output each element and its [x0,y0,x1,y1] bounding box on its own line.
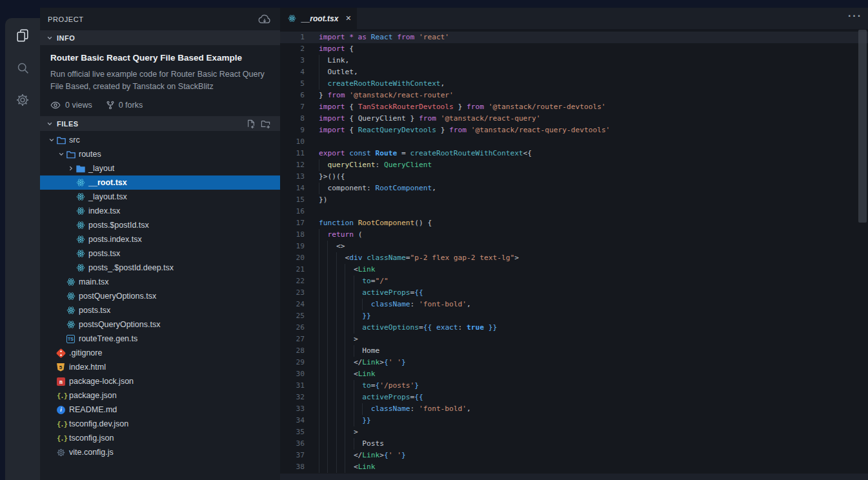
file-item-posts.$postId.tsx[interactable]: posts.$postId.tsx [40,218,280,232]
code-line[interactable]: 20 <div className="p-2 flex gap-2 text-l… [280,252,868,264]
code-line[interactable]: 30 <Link [280,368,868,380]
code-line[interactable]: 29 </Link>{' '} [280,357,868,368]
line-number[interactable]: 6 [280,90,305,101]
line-number[interactable]: 7 [280,101,305,113]
line-number[interactable]: 19 [280,241,305,252]
file-item-package.json[interactable]: {.}package.json [40,388,280,403]
file-item-README.md[interactable]: iREADME.md [40,403,280,417]
line-number[interactable]: 10 [280,136,305,148]
code-line[interactable]: 21 <Link [280,264,868,275]
line-number[interactable]: 16 [280,206,305,217]
code-line[interactable]: 10 [280,136,868,148]
code-line[interactable]: 23 activeProps={{ [280,287,868,299]
horizontal-scrollbar[interactable] [280,474,868,480]
code-line[interactable]: 14 component: RootComponent, [280,183,868,194]
chevron-down-icon[interactable] [56,151,66,157]
line-number[interactable]: 14 [280,183,305,194]
new-file-icon[interactable] [244,119,258,128]
code-line[interactable]: 37 </Link>{' '} [280,450,868,461]
file-item-routeTree.gen.ts[interactable]: TSrouteTree.gen.ts [40,332,280,346]
file-item-postQueryOptions.tsx[interactable]: postQueryOptions.tsx [40,289,280,303]
line-number[interactable]: 26 [280,322,305,334]
line-number[interactable]: 17 [280,217,305,229]
code-line[interactable]: 25 }} [280,310,868,322]
file-item-vite.config.js[interactable]: vite.config.js [40,445,280,459]
line-number[interactable]: 15 [280,194,305,206]
code-line[interactable]: 5 createRootRouteWithContext, [280,78,868,90]
code-line[interactable]: 19 <> [280,241,868,252]
line-number[interactable]: 22 [280,275,305,287]
file-item-posts.tsx[interactable]: posts.tsx [40,303,280,317]
line-number[interactable]: 5 [280,78,305,90]
line-number[interactable]: 31 [280,380,305,392]
line-number[interactable]: 12 [280,159,305,171]
code-line[interactable]: 3 Link, [280,55,868,66]
line-number[interactable]: 21 [280,264,305,275]
line-number[interactable]: 37 [280,450,305,461]
folder-item-_layout[interactable]: _layout [40,161,280,175]
line-number[interactable]: 25 [280,310,305,322]
code-line[interactable]: 31 to={'/posts'} [280,380,868,392]
code-line[interactable]: 4 Outlet, [280,66,868,78]
line-number[interactable]: 30 [280,368,305,380]
line-number[interactable]: 2 [280,43,305,55]
file-item-posts.index.tsx[interactable]: posts.index.tsx [40,232,280,246]
project-files-icon[interactable] [13,26,32,45]
line-number[interactable]: 32 [280,392,305,403]
line-number[interactable]: 34 [280,415,305,426]
line-number[interactable]: 20 [280,252,305,264]
file-item-posts_.$postId.deep.tsx[interactable]: posts_.$postId.deep.tsx [40,261,280,275]
code-line[interactable]: 1import * as React from 'react' [280,32,868,43]
code-line[interactable]: 16 [280,206,868,217]
code-line[interactable]: 9import { ReactQueryDevtools } from '@ta… [280,125,868,136]
code-area[interactable]: 1import * as React from 'react'2import {… [280,29,868,474]
vertical-scrollbar-thumb[interactable] [858,30,867,223]
line-number[interactable]: 36 [280,438,305,450]
code-line[interactable]: 2import { [280,43,868,55]
code-line[interactable]: 12 queryClient: QueryClient [280,159,868,171]
code-line[interactable]: 34 }} [280,415,868,426]
more-actions-button[interactable]: ··· [848,10,862,22]
line-number[interactable]: 1 [280,32,305,43]
file-item-.gitignore[interactable]: .gitignore [40,346,280,360]
file-item-main.tsx[interactable]: main.tsx [40,275,280,289]
code-line[interactable]: 24 className: 'font-bold', [280,299,868,310]
code-line[interactable]: 33 className: 'font-bold', [280,403,868,415]
file-item-postsQueryOptions.tsx[interactable]: postsQueryOptions.tsx [40,317,280,332]
file-item-index.html[interactable]: 5index.html [40,360,280,374]
files-section-header[interactable]: FILES [40,116,280,131]
chevron-down-icon[interactable] [46,137,57,143]
line-number[interactable]: 24 [280,299,305,310]
line-number[interactable]: 4 [280,66,305,78]
code-line[interactable]: 18 return ( [280,229,868,241]
line-number[interactable]: 29 [280,357,305,368]
file-item-package-lock.json[interactable]: npackage-lock.json [40,374,280,388]
line-number[interactable]: 18 [280,229,305,241]
line-number[interactable]: 28 [280,345,305,357]
folder-item-src[interactable]: src [40,133,280,147]
chevron-right-icon[interactable] [66,165,76,172]
code-line[interactable]: 11export const Route = createRootRouteWi… [280,148,868,159]
file-item-_layout.tsx[interactable]: _layout.tsx [40,190,280,204]
line-number[interactable]: 3 [280,55,305,66]
line-number[interactable]: 27 [280,334,305,345]
file-item-index.tsx[interactable]: index.tsx [40,204,280,218]
line-number[interactable]: 38 [280,461,305,473]
code-line[interactable]: 7import { TanStackRouterDevtools } from … [280,101,868,113]
code-line[interactable]: 32 activeProps={{ [280,392,868,403]
code-line[interactable]: 22 to="/" [280,275,868,287]
code-line[interactable]: 35 > [280,426,868,438]
line-number[interactable]: 35 [280,426,305,438]
close-tab-icon[interactable]: ✕ [343,13,353,24]
line-number[interactable]: 23 [280,287,305,299]
code-line[interactable]: 17function RootComponent() { [280,217,868,229]
file-item-posts.tsx[interactable]: posts.tsx [40,246,280,261]
file-item-__root.tsx[interactable]: __root.tsx [40,175,280,190]
code-line[interactable]: 36 Posts [280,438,868,450]
file-item-tsconfig.json[interactable]: {.}tsconfig.json [40,431,280,445]
line-number[interactable]: 8 [280,113,305,125]
info-section-header[interactable]: INFO [40,30,280,45]
search-icon[interactable] [13,58,32,77]
code-line[interactable]: 26 activeOptions={{ exact: true }} [280,322,868,334]
code-line[interactable]: 38 <Link [280,461,868,473]
